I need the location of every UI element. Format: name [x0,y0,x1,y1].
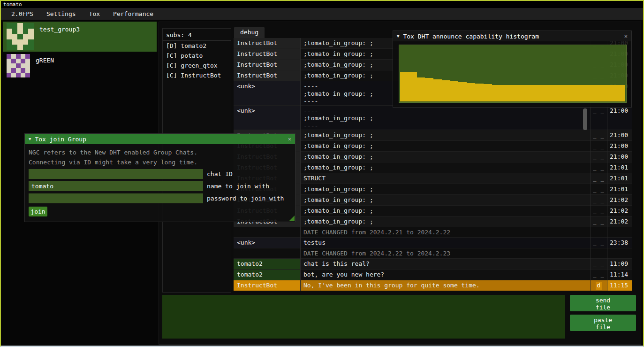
subs-member[interactable]: [D] tomato2 [163,41,231,51]
message-row[interactable]: tomato2bot, are you new here?_ _11:14 [234,270,632,280]
join-group-window: ▼ Tox join Group ✕ NGC refers to the New… [24,133,295,222]
message-text: chat is this real? [300,259,591,269]
resize-grip[interactable] [289,216,295,221]
paste-file-label-line1: paste [570,316,636,324]
message-time: 21:02 [607,216,632,227]
contact-green[interactable]: gREEN [3,53,157,83]
histogram-bar [559,85,567,101]
histogram-bar [600,85,609,101]
join-name-input[interactable] [29,181,203,191]
histogram-bar [508,85,517,101]
message-time: 21:00 [607,106,632,130]
message-text: ;tomato_in_group: ; [300,195,591,205]
column-separator [300,38,301,291]
message-flags: _ _ [591,238,607,248]
dht-histogram-plot [399,45,627,103]
histogram-window-title: Tox DHT announce capability histogram [403,33,620,40]
histogram-bar [609,85,617,101]
histogram-close-icon[interactable]: ✕ [621,33,628,39]
join-info-line: NGC refers to the New DHT enabled Group … [29,148,295,157]
message-text: bot, are you new here? [300,270,591,280]
histogram-bar [484,84,492,101]
app-window: tomato 2.0FPSSettingsToxPerformance test… [0,0,644,347]
sender-name: InstructBot [234,280,300,291]
os-titlebar[interactable]: tomato [1,1,643,8]
sender-name: InstructBot [234,60,300,70]
sender-name: InstructBot [234,38,300,48]
histogram-bar [534,85,542,101]
message-text: ;tomato_in_group: ; [300,206,591,216]
sender-name: <unk> [234,81,300,105]
contact-test_group3[interactable]: test_group3 [3,22,157,52]
message-input[interactable] [162,295,565,339]
menu-item-tox[interactable]: Tox [83,8,106,20]
send-file-label-line2: file [570,304,636,311]
dht-histogram-window: ▼ Tox DHT announce capability histogram … [393,31,632,108]
histogram-window-titlebar[interactable]: ▼ Tox DHT announce capability histogram … [393,31,631,41]
join-close-icon[interactable]: ✕ [284,136,291,142]
message-time: 21:00 [607,130,632,140]
histogram-bar [433,79,442,101]
subs-member-list: [D] tomato2[C] potato[C] green_qtox[C] I… [163,41,231,80]
histogram-bar [409,72,417,101]
message-time: 21:02 [607,195,632,205]
subs-member[interactable]: [C] green_qtox [163,61,231,70]
message-time: 11:14 [607,270,632,280]
join-window-titlebar[interactable]: ▼ Tox join Group ✕ [25,134,295,144]
subs-member[interactable]: [C] potato [163,51,231,61]
sender-name [234,248,300,258]
histogram-bars [400,46,625,101]
join-name-label: name to join with [207,183,269,190]
message-time: 21:01 [607,184,632,194]
histogram-bar [492,85,500,101]
message-time: 23:38 [607,238,632,248]
message-text: ;tomato_in_group: ; [300,130,591,140]
message-time: 21:01 [607,162,632,173]
tab-debug[interactable]: debug [234,27,265,38]
message-time: 11:09 [607,259,632,269]
message-text: STRUCT [300,173,591,184]
histogram-bar [575,85,583,101]
histogram-bar [450,81,459,101]
message-text: ;tomato_in_group: ; [300,216,591,227]
avatar [7,54,30,77]
message-row[interactable]: <unk>testus_ _23:38 [234,238,632,248]
date-separator: DATE CHANGED from 2024.2.21 to 2024.2.22 [234,227,632,238]
date-separator-text: DATE CHANGED from 2024.2.22 to 2024.2.23 [300,248,632,258]
contact-name: test_group3 [39,22,80,33]
message-flags: _ _ [591,141,607,151]
sender-name: <unk> [234,238,300,248]
chat-scrollbar-thumb[interactable] [583,108,587,130]
sender-name: InstructBot [234,70,300,81]
message-row[interactable]: <unk>----;tomato_in_group: ;----_ _21:00 [234,106,632,130]
histogram-bar [400,72,409,101]
histogram-bar [542,85,550,101]
join-info-line: Connecting via ID might take a very long… [29,158,295,167]
paste-file-label-line2: file [570,324,636,331]
message-text: No, I've been in this group for quite so… [300,280,591,291]
join-password-input[interactable] [29,193,203,203]
message-text: testus [300,238,591,248]
menu-item-settings[interactable]: Settings [40,8,83,20]
histogram-bar [525,85,534,101]
histogram-bar [425,78,433,101]
histogram-bar [458,82,467,101]
histogram-bar [500,85,508,101]
message-row[interactable]: tomato2chat is this real?_ _11:09 [234,259,632,270]
menu-item-performance[interactable]: Performance [106,8,160,20]
paste-file-button[interactable]: paste file [570,315,636,331]
message-row[interactable]: InstructBotNo, I've been in this group f… [234,280,632,291]
histogram-bar [592,85,600,101]
join-button[interactable]: join [29,207,47,216]
subs-member[interactable]: [C] InstructBot [163,70,231,80]
sender-name: InstructBot [234,49,300,59]
histogram-bar [442,80,450,101]
collapse-arrow-icon[interactable]: ▼ [29,137,31,141]
collapse-arrow-icon[interactable]: ▼ [397,34,399,39]
chat-id-input[interactable] [29,169,203,179]
send-file-button[interactable]: send file [570,295,636,311]
histogram-bar [517,85,525,101]
send-file-label-line1: send [570,297,636,304]
join-window-body: NGC refers to the New DHT enabled Group … [25,144,295,222]
histogram-window-body [393,41,631,107]
